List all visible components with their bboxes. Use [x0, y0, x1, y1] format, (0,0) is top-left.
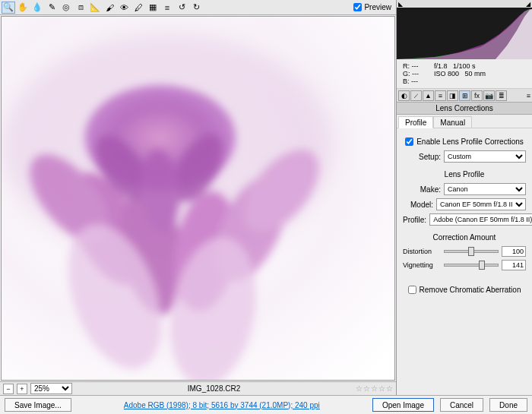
chromatic-label: Remove Chromatic Aberration [420, 286, 521, 294]
tab-curve-icon[interactable]: ⟋ [410, 90, 422, 101]
color-sampler-tool-icon[interactable]: ✎ [45, 2, 59, 14]
tab-split-icon[interactable]: ◨ [447, 90, 458, 101]
image-preview[interactable] [1, 16, 395, 381]
zoom-tool-icon[interactable]: 🔍 [2, 2, 15, 14]
vignetting-value[interactable] [502, 260, 526, 270]
crop-tool-icon[interactable]: ⧈ [74, 2, 87, 14]
tab-fx-icon[interactable]: fx [471, 90, 483, 101]
tab-hsl-icon[interactable]: ≡ [435, 90, 446, 101]
open-image-button[interactable]: Open Image [372, 398, 434, 412]
white-balance-tool-icon[interactable]: 💧 [30, 2, 44, 14]
tab-lens-icon[interactable]: ⊞ [459, 90, 470, 101]
model-select[interactable]: Canon EF 50mm f/1.8 II [436, 198, 526, 210]
panel-title: Lens Corrections [397, 103, 532, 115]
enable-profile-label: Enable Lens Profile Corrections [416, 137, 524, 146]
correction-amount-heading: Correction Amount [403, 233, 526, 242]
profile-select[interactable]: Adobe (Canon EF 50mm f/1.8 II) [429, 213, 532, 226]
profile-label: Profile: [403, 216, 426, 224]
redeye-tool-icon[interactable]: 👁 [117, 2, 131, 14]
vignetting-label: Vignetting [403, 261, 441, 269]
toolbar: 🔍 ✋ 💧 ✎ ◎ ⧈ 📐 🖌 👁 🖊 ▦ ≡ ↺ ↻ Preview [0, 0, 396, 15]
radial-filter-tool-icon[interactable]: ≡ [160, 2, 174, 14]
tab-basic-icon[interactable]: ◐ [398, 90, 410, 101]
bottom-bar: Save Image... Adobe RGB (1998); 8 bit; 5… [0, 395, 532, 414]
zoom-out-button[interactable]: − [3, 384, 14, 394]
adjustments-panel: ◣ ◢ R: --- G: --- B: --- f/1.8 1/100 s [397, 0, 532, 395]
histogram[interactable] [397, 8, 532, 59]
rotate-right-icon[interactable]: ↻ [189, 2, 203, 14]
zoom-select[interactable]: 25% [30, 383, 72, 394]
panel-menu-icon[interactable]: ≡ [527, 92, 530, 100]
adjustment-brush-tool-icon[interactable]: 🖊 [131, 2, 145, 14]
tab-presets-icon[interactable]: ≣ [496, 90, 507, 101]
straighten-tool-icon[interactable]: 📐 [88, 2, 102, 14]
make-select[interactable]: Canon [444, 183, 526, 195]
tab-profile[interactable]: Profile [398, 116, 433, 128]
preview-label: Preview [364, 3, 391, 11]
star-rating[interactable]: ☆☆☆☆☆ [356, 384, 393, 393]
zoom-in-button[interactable]: + [17, 384, 27, 394]
model-label: Model: [403, 201, 433, 209]
distortion-label: Distortion [403, 248, 441, 255]
adjustment-tabs: ◐ ⟋ ▲ ≡ ◨ ⊞ fx 📷 ≣ ≡ [397, 89, 532, 103]
tab-detail-icon[interactable]: ▲ [423, 90, 434, 101]
shadow-clip-icon[interactable]: ◣ [398, 1, 403, 8]
preview-checkbox[interactable] [353, 3, 362, 11]
chromatic-checkbox[interactable] [408, 286, 416, 294]
spot-removal-tool-icon[interactable]: 🖌 [103, 2, 116, 14]
tab-manual[interactable]: Manual [433, 116, 472, 128]
setup-label: Setup: [403, 153, 441, 161]
cancel-button[interactable]: Cancel [440, 398, 483, 412]
lens-profile-heading: Lens Profile [403, 170, 526, 179]
preview-panel: 🔍 ✋ 💧 ✎ ◎ ⧈ 📐 🖌 👁 🖊 ▦ ≡ ↺ ↻ Preview [0, 0, 397, 395]
distortion-slider[interactable] [444, 250, 499, 253]
save-image-button[interactable]: Save Image... [5, 398, 71, 412]
graduated-filter-tool-icon[interactable]: ▦ [146, 2, 160, 14]
make-label: Make: [403, 185, 441, 194]
vignetting-slider[interactable] [444, 264, 499, 267]
targeted-tool-icon[interactable]: ◎ [59, 2, 73, 14]
distortion-value[interactable] [502, 246, 526, 257]
enable-profile-checkbox[interactable] [405, 137, 413, 146]
tab-camera-icon[interactable]: 📷 [483, 90, 495, 101]
setup-select[interactable]: Custom [444, 150, 526, 163]
hand-tool-icon[interactable]: ✋ [16, 2, 30, 14]
done-button[interactable]: Done [489, 398, 527, 412]
rotate-left-icon[interactable]: ↺ [175, 2, 188, 14]
filename-label: IMG_1028.CR2 [75, 384, 353, 393]
highlight-clip-icon[interactable]: ◢ [526, 1, 530, 8]
status-bar: − + 25% IMG_1028.CR2 ☆☆☆☆☆ [0, 381, 396, 395]
workflow-options-link[interactable]: Adobe RGB (1998); 8 bit; 5616 by 3744 (2… [78, 401, 366, 409]
info-readout: R: --- G: --- B: --- f/1.8 1/100 s ISO 8… [397, 59, 532, 89]
